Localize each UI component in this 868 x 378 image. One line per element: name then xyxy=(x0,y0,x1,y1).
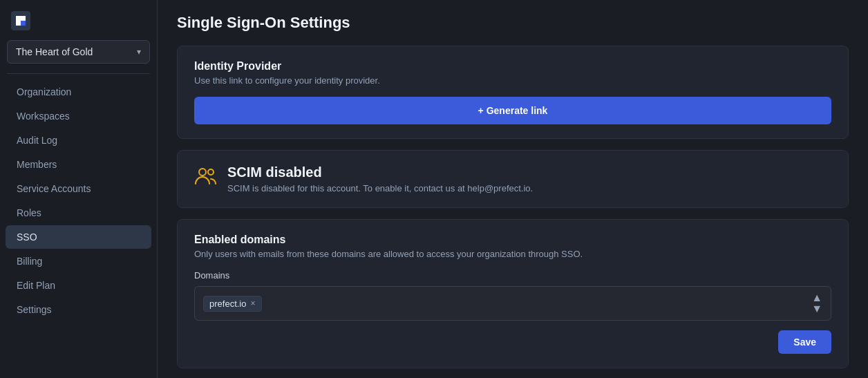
sidebar: The Heart of Gold ▾ Organization Workspa… xyxy=(0,0,158,378)
scim-users-icon xyxy=(194,166,218,191)
org-selector-text: The Heart of Gold xyxy=(16,46,93,57)
scim-title: SCIM disabled xyxy=(227,164,533,180)
enabled-domains-subtitle: Only users with emails from these domain… xyxy=(194,249,831,259)
page-title: Single Sign-On Settings xyxy=(177,14,849,32)
svg-point-2 xyxy=(208,169,214,175)
scim-card: SCIM disabled SCIM is disabled for this … xyxy=(177,150,849,208)
logo-container xyxy=(0,0,157,40)
sidebar-item-members[interactable]: Members xyxy=(6,153,151,176)
sidebar-nav: Organization Workspaces Audit Log Member… xyxy=(0,79,157,322)
identity-provider-card: Identity Provider Use this link to confi… xyxy=(177,46,849,139)
prefect-logo-icon xyxy=(11,11,30,30)
sidebar-item-settings[interactable]: Settings xyxy=(6,298,151,321)
domains-input[interactable]: prefect.io × ▲ ▼ xyxy=(194,286,831,321)
sidebar-item-audit-log[interactable]: Audit Log xyxy=(6,129,151,152)
domains-label: Domains xyxy=(194,270,831,281)
sidebar-item-service-accounts[interactable]: Service Accounts xyxy=(6,177,151,200)
chevron-down-icon: ▾ xyxy=(137,47,141,57)
save-button-container: Save xyxy=(194,321,831,354)
sidebar-item-edit-plan[interactable]: Edit Plan xyxy=(6,274,151,297)
save-button[interactable]: Save xyxy=(778,330,831,354)
scim-text-container: SCIM disabled SCIM is disabled for this … xyxy=(227,164,533,193)
sidebar-divider xyxy=(7,73,150,74)
identity-provider-title: Identity Provider xyxy=(194,60,831,73)
domain-tag-remove-button[interactable]: × xyxy=(250,299,255,308)
sidebar-item-sso[interactable]: SSO xyxy=(6,225,151,249)
domains-arrows-icon: ▲ ▼ xyxy=(811,292,822,314)
domain-tag-text: prefect.io xyxy=(209,299,246,309)
generate-link-button[interactable]: + Generate link xyxy=(194,97,831,124)
sidebar-item-workspaces[interactable]: Workspaces xyxy=(6,104,151,128)
enabled-domains-card: Enabled domains Only users with emails f… xyxy=(177,219,849,368)
svg-point-1 xyxy=(199,169,206,176)
sidebar-item-organization[interactable]: Organization xyxy=(6,80,151,104)
org-selector[interactable]: The Heart of Gold ▾ xyxy=(7,40,150,64)
domain-tag-prefect-io: prefect.io × xyxy=(203,296,262,312)
domain-tags-container: prefect.io × xyxy=(203,296,262,312)
enabled-domains-title: Enabled domains xyxy=(194,234,831,246)
sidebar-item-billing[interactable]: Billing xyxy=(6,249,151,273)
identity-provider-subtitle: Use this link to configure your identity… xyxy=(194,75,831,86)
main-content: Single Sign-On Settings Identity Provide… xyxy=(158,0,868,378)
scim-description: SCIM is disabled for this account. To en… xyxy=(227,183,533,193)
sidebar-item-roles[interactable]: Roles xyxy=(6,201,151,225)
